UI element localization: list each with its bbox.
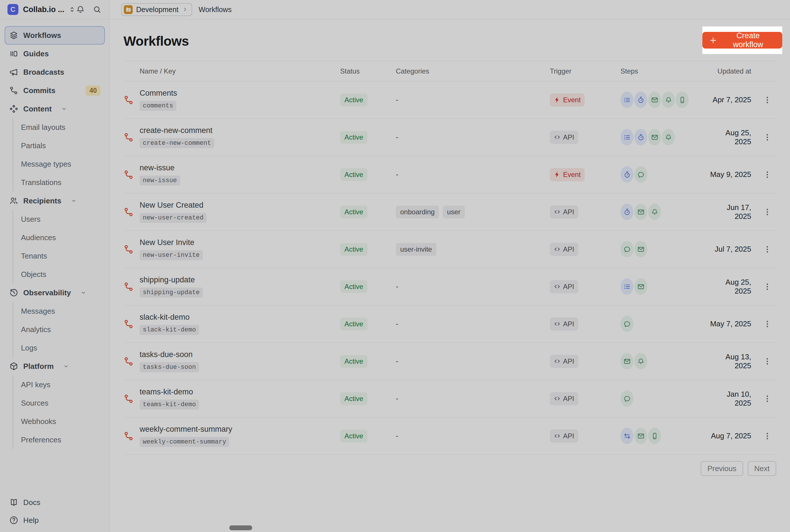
sidebar-item-content[interactable]: Content: [5, 100, 105, 118]
sidebar-item-sources[interactable]: Sources: [13, 394, 105, 412]
sidebar-group-recipients: UsersAudiencesTenantsObjects: [13, 210, 105, 284]
email-step-icon: [634, 428, 647, 444]
category-badge: user: [443, 206, 465, 218]
chat-step-icon: [620, 316, 633, 332]
status-badge: Active: [340, 430, 367, 442]
sidebar-item-messages[interactable]: Messages: [13, 302, 105, 320]
in-app-step-icon: [662, 92, 675, 108]
sidebar-item-guides[interactable]: Guides: [5, 44, 105, 63]
sidebar-item-platform[interactable]: Platform: [5, 357, 105, 376]
trigger-cell: API: [550, 131, 620, 144]
kebab-menu-icon[interactable]: [761, 169, 773, 181]
sidebar-item-message-types[interactable]: Message types: [13, 155, 105, 173]
sidebar-item-help[interactable]: Help: [5, 511, 105, 529]
list-step-icon: [620, 129, 633, 145]
sidebar-item-audiences[interactable]: Audiences: [13, 228, 105, 247]
sidebar-item-observability[interactable]: Observability: [5, 284, 105, 302]
row-actions-cell: [751, 206, 776, 218]
categories-cell: -: [396, 319, 550, 328]
updated-at-cell: May 7, 2025: [708, 319, 751, 328]
updated-at-cell: Aug 13, 2025: [708, 353, 751, 370]
search-icon[interactable]: [93, 5, 101, 14]
workflow-row-new-issue[interactable]: new-issuenew-issueActive-EventMay 9, 202…: [123, 156, 776, 193]
workflow-key-badge: create-new-comment: [140, 138, 214, 148]
workflow-row-shipping-update[interactable]: shipping-updateshipping-updateActive-API…: [123, 268, 776, 305]
create-workflow-button[interactable]: Create workflow: [702, 32, 782, 49]
kebab-menu-icon[interactable]: [761, 131, 773, 143]
page-title: Workflows: [123, 33, 776, 49]
email-step-icon: [634, 278, 647, 295]
branch-icon: [9, 86, 18, 95]
kebab-menu-icon[interactable]: [761, 355, 773, 367]
kebab-menu-icon[interactable]: [761, 94, 773, 106]
sidebar-item-workflows[interactable]: Workflows: [5, 26, 105, 44]
sidebar-item-users[interactable]: Users: [13, 210, 105, 228]
workspace-logo: C: [7, 4, 18, 15]
workflow-row-tasks-due-soon[interactable]: tasks-due-soontasks-due-soonActive-APIAu…: [123, 343, 776, 380]
content-icon: [9, 104, 18, 113]
workflow-icon: [123, 244, 140, 254]
next-button[interactable]: Next: [748, 461, 776, 476]
guides-icon: [9, 49, 18, 58]
bell-icon[interactable]: [76, 5, 85, 14]
email-step-icon: [620, 353, 633, 369]
megaphone-icon: [9, 68, 18, 77]
kebab-menu-icon[interactable]: [761, 206, 773, 218]
workflow-row-new-user-created[interactable]: New User Creatednew-user-createdActiveon…: [123, 193, 776, 231]
sidebar-item-recipients[interactable]: Recipients: [5, 192, 105, 210]
workflow-row-teams-kit-demo[interactable]: teams-kit-demoteams-kit-demoActive-APIJa…: [123, 380, 776, 417]
status-badge: Active: [340, 206, 367, 218]
sidebar-item-analytics[interactable]: Analytics: [13, 320, 105, 339]
sidebar-item-label: Broadcasts: [23, 68, 64, 77]
kebab-menu-icon[interactable]: [761, 243, 773, 255]
row-actions-cell: [751, 393, 776, 405]
sidebar-item-tenants[interactable]: Tenants: [13, 247, 105, 265]
updated-at-cell: Aug 25, 2025: [708, 128, 751, 146]
kebab-menu-icon[interactable]: [761, 430, 773, 442]
empty-category-dash: -: [396, 319, 399, 328]
updated-at-cell: Aug 25, 2025: [708, 278, 751, 296]
workflow-row-slack-kit-demo[interactable]: slack-kit-demoslack-kit-demoActive-APIMa…: [123, 305, 776, 343]
chat-step-icon: [634, 166, 647, 183]
workflow-row-weekly-comment-summary[interactable]: weekly-comment-summaryweekly-comment-sum…: [123, 417, 776, 455]
sidebar-item-label: Commits: [23, 86, 55, 95]
sidebar-item-objects[interactable]: Objects: [13, 265, 105, 284]
horizontal-scrollbar-thumb[interactable]: [229, 526, 252, 530]
sidebar-item-preferences[interactable]: Preferences: [13, 431, 105, 449]
name-key-cell: slack-kit-demoslack-kit-demo: [140, 313, 340, 335]
sidebar-nav: WorkflowsGuidesBroadcastsCommits40Conten…: [5, 26, 105, 449]
workflow-name: tasks-due-soon: [140, 350, 340, 359]
workspace-switcher-icon[interactable]: [69, 6, 76, 13]
kebab-menu-icon[interactable]: [761, 393, 773, 405]
workflows-table: Name / Key Status Categories Trigger Ste…: [123, 61, 776, 455]
delay-step-icon: [634, 92, 647, 108]
workflow-row-comments[interactable]: CommentscommentsActive-EventApr 7, 2025: [123, 81, 776, 119]
steps-cell: [620, 129, 708, 145]
categories-cell: -: [396, 357, 550, 366]
workflow-name: Comments: [140, 89, 340, 98]
sidebar-item-api-keys[interactable]: API keys: [13, 376, 105, 394]
sidebar-item-translations[interactable]: Translations: [13, 173, 105, 192]
sidebar-item-logs[interactable]: Logs: [13, 339, 105, 357]
sidebar-item-email-layouts[interactable]: Email layouts: [13, 118, 105, 136]
workflow-name: weekly-comment-summary: [140, 425, 340, 434]
sidebar-item-partials[interactable]: Partials: [13, 136, 105, 155]
workflow-icon: [123, 431, 140, 441]
code-icon: [554, 246, 560, 252]
folder-icon: [124, 5, 133, 14]
sidebar-item-webhooks[interactable]: Webhooks: [13, 412, 105, 431]
previous-button[interactable]: Previous: [701, 461, 743, 476]
workflow-row-new-user-invite[interactable]: New User Invitenew-user-inviteActiveuser…: [123, 231, 776, 268]
workflow-key-badge: new-user-created: [140, 213, 207, 223]
sidebar-item-docs[interactable]: Docs: [5, 494, 105, 511]
sidebar-item-broadcasts[interactable]: Broadcasts: [5, 63, 105, 81]
updated-at-cell: Apr 7, 2025: [708, 95, 751, 104]
empty-category-dash: -: [396, 133, 399, 141]
environment-selector[interactable]: Development: [121, 3, 192, 16]
kebab-menu-icon[interactable]: [761, 318, 773, 330]
status-cell: Active: [340, 168, 396, 181]
updated-at-cell: Jan 10, 2025: [708, 390, 751, 407]
kebab-menu-icon[interactable]: [761, 281, 773, 293]
workflow-row-create-new-comment[interactable]: create-new-commentcreate-new-commentActi…: [123, 119, 776, 156]
sidebar-item-commits[interactable]: Commits40: [5, 81, 105, 100]
